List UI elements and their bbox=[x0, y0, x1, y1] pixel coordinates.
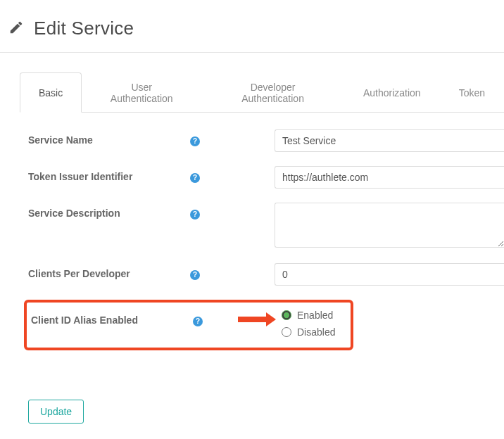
highlight-annotation: Client ID Alias Enabled ? Enabled Disabl… bbox=[24, 300, 353, 350]
tab-authorization[interactable]: Authorization bbox=[344, 72, 440, 113]
row-service-description: Service Description ? bbox=[28, 203, 504, 250]
help-icon[interactable]: ? bbox=[190, 136, 200, 146]
tab-developer-authentication[interactable]: Developer Authentication bbox=[201, 72, 344, 113]
help-icon[interactable]: ? bbox=[193, 317, 203, 326]
label-service-description: Service Description bbox=[28, 203, 190, 219]
label-client-id-alias: Client ID Alias Enabled bbox=[31, 310, 193, 326]
radio-disabled-row[interactable]: Disabled bbox=[282, 326, 346, 338]
tab-basic[interactable]: Basic bbox=[20, 72, 82, 113]
row-token-issuer: Token Issuer Identifier ? bbox=[28, 166, 504, 190]
row-service-name: Service Name ? bbox=[28, 129, 504, 153]
row-client-id-alias: Client ID Alias Enabled ? Enabled Disabl… bbox=[31, 310, 346, 343]
tab-token[interactable]: Token bbox=[440, 72, 504, 113]
radio-enabled-label: Enabled bbox=[297, 310, 333, 321]
help-icon[interactable]: ? bbox=[190, 210, 200, 220]
arrow-annotation bbox=[238, 312, 276, 326]
input-service-name[interactable] bbox=[275, 129, 504, 152]
radio-disabled[interactable] bbox=[282, 327, 291, 337]
row-clients-per-developer: Clients Per Developer ? bbox=[28, 263, 504, 287]
tab-user-authentication[interactable]: User Authentication bbox=[82, 72, 201, 113]
page-title: Edit Service bbox=[34, 18, 134, 39]
textarea-service-description[interactable] bbox=[275, 203, 504, 248]
input-token-issuer[interactable] bbox=[275, 166, 504, 189]
update-button[interactable]: Update bbox=[28, 400, 84, 424]
help-icon[interactable]: ? bbox=[190, 173, 200, 183]
page-header: Edit Service bbox=[0, 0, 504, 53]
label-service-name: Service Name bbox=[28, 129, 190, 146]
input-clients-per-developer[interactable] bbox=[275, 263, 504, 286]
label-token-issuer: Token Issuer Identifier bbox=[28, 166, 190, 182]
tabs: Basic User Authentication Developer Auth… bbox=[20, 72, 504, 113]
label-clients-per-developer: Clients Per Developer bbox=[28, 263, 190, 279]
help-icon[interactable]: ? bbox=[190, 270, 200, 280]
edit-icon bbox=[8, 20, 24, 38]
radio-enabled-row[interactable]: Enabled bbox=[282, 310, 346, 321]
radio-disabled-label: Disabled bbox=[297, 326, 335, 338]
radio-enabled[interactable] bbox=[282, 310, 291, 320]
